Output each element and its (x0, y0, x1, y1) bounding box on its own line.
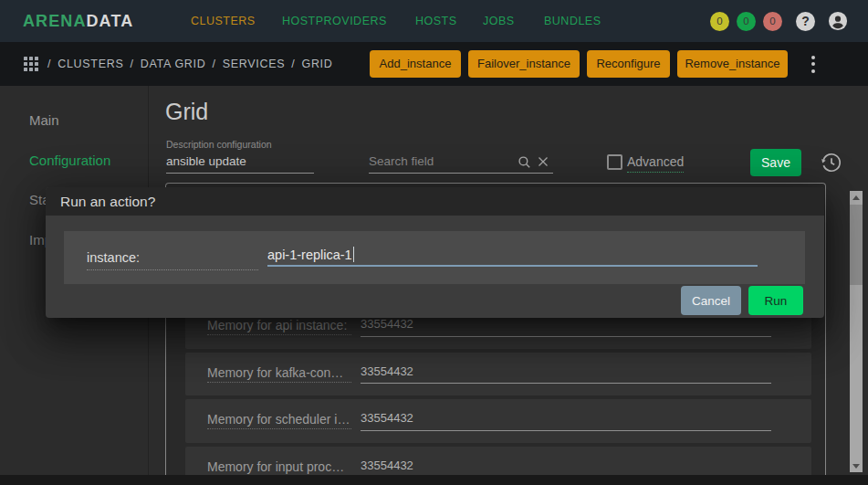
kebab-menu-icon[interactable] (807, 42, 820, 86)
instance-field-label: instance: (87, 250, 258, 270)
instance-field-underline (267, 265, 758, 267)
breadcrumb-services[interactable]: SERVICES (223, 58, 286, 70)
advanced-label[interactable]: Advanced (627, 154, 684, 173)
run-button[interactable]: Run (748, 286, 803, 315)
nav-bundles[interactable]: BUNDLES (544, 15, 601, 27)
breadcrumb-separator: / (47, 58, 51, 70)
advanced-checkbox[interactable] (607, 154, 622, 170)
sidebar-item-configuration[interactable]: Configuration (29, 153, 110, 168)
breadcrumb-separator: / (212, 58, 215, 70)
config-row-label: Memory for kafka-con… (207, 366, 351, 383)
job-count-badge-red[interactable]: 0 (763, 12, 782, 31)
page-title: Grid (165, 99, 208, 125)
bottom-strip (0, 475, 868, 485)
scrollbar-down-arrow[interactable] (850, 459, 863, 472)
cancel-button[interactable]: Cancel (681, 286, 741, 315)
run-action-dialog: Run an action? instance: api-1-replica-1… (46, 187, 824, 318)
action-buttons: Add_instance Failover_instance Reconfigu… (370, 50, 788, 78)
breadcrumb-toolbar: / CLUSTERS / DATA GRID / SERVICES / GRID… (0, 42, 868, 86)
instance-field-input[interactable]: api-1-replica-1 (267, 247, 354, 262)
reconfigure-button[interactable]: Reconfigure (587, 50, 670, 78)
config-row-label: Memory for api instance: (207, 319, 351, 335)
scrollbar-up-arrow[interactable] (850, 191, 863, 204)
config-row-value-input[interactable]: 33554432 (361, 317, 413, 331)
breadcrumb-separator: / (291, 58, 295, 70)
add-instance-button[interactable]: Add_instance (370, 50, 461, 78)
search-input-underline (369, 173, 553, 174)
config-row-label: Memory for input proc… (207, 460, 351, 476)
apps-grid-icon[interactable] (24, 57, 38, 71)
description-configuration-label: Description configuration (166, 139, 272, 150)
nav-hostproviders[interactable]: HOSTPROVIDERS (282, 15, 387, 27)
config-row-memory-kafka: Memory for kafka-con… 33554432 (185, 353, 811, 396)
nav-jobs[interactable]: JOBS (483, 15, 515, 27)
app-root: ARENADATA CLUSTERS HOSTPROVIDERS HOSTS J… (0, 0, 868, 485)
save-button[interactable]: Save (750, 149, 801, 176)
dialog-buttons: Cancel Run (681, 286, 803, 315)
description-configuration-input[interactable]: ansible update (166, 154, 314, 168)
scrollbar-thumb[interactable] (850, 205, 863, 285)
text-caret (353, 247, 355, 262)
config-row-value-input[interactable]: 33554432 (361, 364, 413, 378)
navbar-right: 0 0 0 ? (703, 0, 848, 42)
search-input[interactable]: Search field (369, 154, 434, 168)
description-input-underline (166, 173, 314, 174)
nav-hosts[interactable]: HOSTS (415, 15, 457, 27)
arenadata-logo[interactable]: ARENADATA (23, 12, 133, 31)
breadcrumb: / CLUSTERS / DATA GRID / SERVICES / GRID (41, 42, 333, 86)
logo-data: DATA (87, 12, 134, 30)
config-value-underline (361, 336, 771, 337)
sidebar-item-main[interactable]: Main (29, 112, 59, 128)
top-navbar: ARENADATA CLUSTERS HOSTPROVIDERS HOSTS J… (0, 0, 868, 42)
search-icon[interactable] (518, 155, 531, 169)
config-value-underline (361, 430, 771, 431)
remove-instance-button[interactable]: Remove_instance (677, 50, 788, 78)
config-row-value-input[interactable]: 33554432 (361, 459, 413, 472)
breadcrumb-separator: / (130, 58, 133, 70)
history-icon[interactable] (820, 151, 843, 174)
config-value-underline (361, 383, 771, 384)
nav-clusters[interactable]: CLUSTERS (191, 15, 256, 27)
account-icon[interactable] (828, 11, 848, 31)
breadcrumb-grid[interactable]: GRID (301, 58, 332, 70)
job-count-badge-green[interactable]: 0 (737, 12, 756, 31)
breadcrumb-clusters[interactable]: CLUSTERS (58, 58, 123, 70)
help-icon[interactable]: ? (796, 12, 815, 31)
clear-search-icon[interactable] (538, 156, 549, 167)
breadcrumb-data-grid[interactable]: DATA GRID (141, 58, 206, 70)
job-count-badge-yellow[interactable]: 0 (710, 12, 729, 31)
config-row-memory-input-proc: Memory for input proc… 33554432 (185, 447, 811, 476)
logo-arena: ARENA (23, 12, 87, 30)
vertical-scrollbar[interactable] (850, 191, 863, 472)
dialog-field-panel: instance: api-1-replica-1 (64, 231, 805, 284)
instance-field-value: api-1-replica-1 (267, 248, 352, 262)
config-row-label: Memory for scheduler i… (207, 413, 351, 429)
config-row-value-input[interactable]: 33554432 (361, 411, 413, 425)
config-row-memory-scheduler: Memory for scheduler i… 33554432 (185, 399, 811, 443)
failover-instance-button[interactable]: Failover_instance (468, 50, 580, 78)
dialog-title: Run an action? (46, 187, 824, 216)
